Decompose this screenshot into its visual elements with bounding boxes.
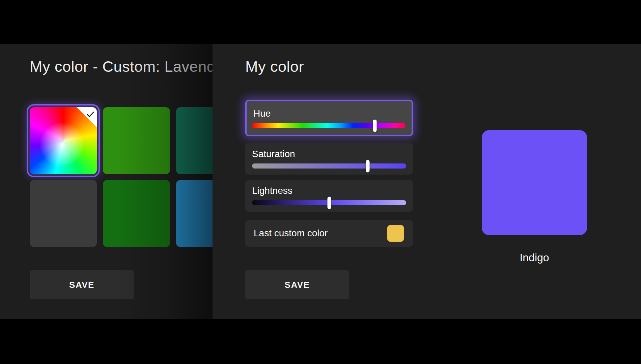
- screen: My color - Custom: Lavender SAVE My colo…: [0, 0, 641, 364]
- lightness-slider[interactable]: Lightness: [245, 180, 413, 212]
- lightness-slider-label: Lightness: [252, 185, 406, 196]
- hue-slider-track[interactable]: [252, 123, 406, 128]
- last-custom-color-row[interactable]: Last custom color: [245, 220, 413, 247]
- hue-slider-thumb[interactable]: [373, 119, 377, 132]
- hue-slider[interactable]: Hue: [245, 100, 413, 136]
- last-custom-color-swatch: [387, 225, 404, 242]
- lightness-slider-thumb[interactable]: [327, 196, 331, 209]
- swatch-teal[interactable]: [176, 107, 213, 174]
- background-screen: My color - Custom: Lavender SAVE: [0, 44, 213, 319]
- lightness-slider-track[interactable]: [252, 200, 406, 205]
- save-button[interactable]: SAVE: [245, 270, 349, 299]
- saturation-slider-thumb[interactable]: [366, 160, 369, 172]
- check-icon: [85, 109, 95, 119]
- swatch-custom-spectrum[interactable]: [30, 107, 97, 174]
- last-custom-color-label: Last custom color: [254, 228, 328, 239]
- swatch-green[interactable]: [103, 107, 170, 174]
- color-swatch-grid: [30, 107, 213, 247]
- color-preview-square: [482, 130, 587, 235]
- swatch-dark-green[interactable]: [103, 180, 170, 247]
- saturation-slider-label: Saturation: [252, 148, 406, 160]
- color-preview: Indigo: [482, 130, 587, 264]
- selected-corner: [77, 107, 97, 127]
- my-color-dialog: My color Hue Saturation Lightness Last c…: [213, 44, 641, 319]
- save-button-left[interactable]: SAVE: [30, 270, 134, 299]
- dialog-title: My color: [245, 58, 304, 75]
- swatch-dark-gray[interactable]: [30, 180, 97, 247]
- swatch-blue[interactable]: [176, 180, 213, 247]
- saturation-slider[interactable]: Saturation: [245, 143, 413, 175]
- color-preview-name: Indigo: [482, 251, 587, 264]
- hue-slider-label: Hue: [252, 108, 406, 119]
- saturation-slider-track[interactable]: [252, 163, 406, 169]
- left-page-title: My color - Custom: Lavender: [30, 58, 213, 75]
